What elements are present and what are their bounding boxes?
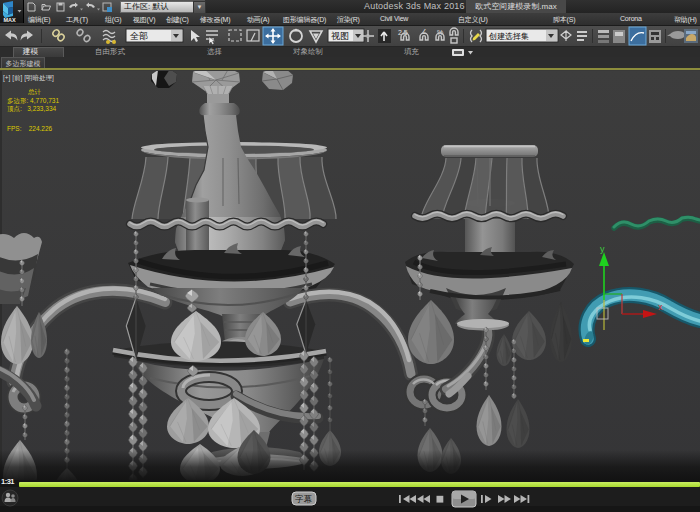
svg-text:视图: 视图 — [331, 31, 349, 41]
svg-text:全部: 全部 — [130, 31, 148, 41]
svg-text:y: y — [600, 244, 605, 254]
svg-text:x: x — [658, 302, 663, 312]
svg-text:创建选择集: 创建选择集 — [488, 32, 529, 41]
svg-text:MAX: MAX — [4, 17, 17, 23]
svg-text:字幕: 字幕 — [295, 494, 313, 504]
